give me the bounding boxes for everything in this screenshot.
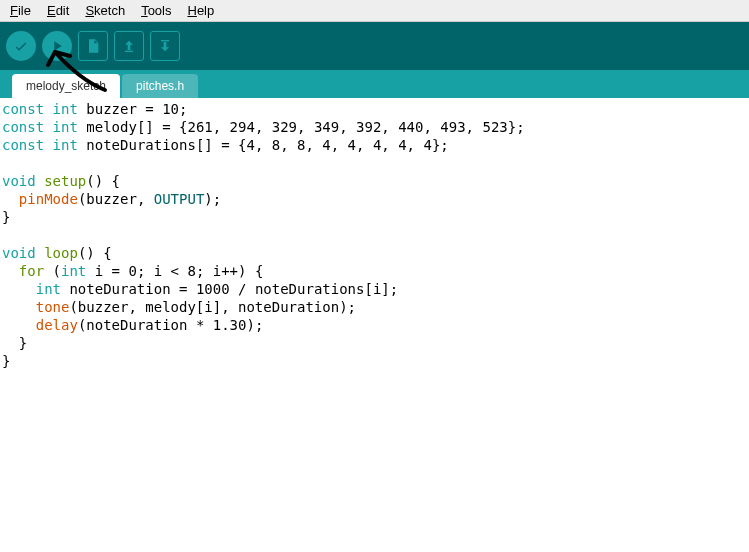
toolbar (0, 22, 749, 70)
menu-help-text: elp (197, 3, 214, 18)
svg-rect-1 (161, 40, 169, 41)
save-button[interactable] (150, 31, 180, 61)
code-token: (buzzer, melody[i], noteDuration); (69, 299, 356, 315)
code-token: (buzzer, (78, 191, 154, 207)
code-token: delay (36, 317, 78, 333)
code-token: noteDurations[] = {4, 8, 8, 4, 4, 4, 4, … (78, 137, 449, 153)
code-token: for (19, 263, 44, 279)
code-token: loop (44, 245, 78, 261)
verify-button[interactable] (6, 31, 36, 61)
code-token: i = 0; i < 8; i++) { (86, 263, 263, 279)
arrow-up-icon (121, 38, 137, 54)
code-token: int (53, 137, 78, 153)
code-token: () { (86, 173, 120, 189)
menu-help[interactable]: Help (181, 2, 220, 19)
code-token: const (2, 137, 44, 153)
code-token (2, 317, 36, 333)
code-token: () { (78, 245, 112, 261)
menu-bar: File Edit Sketch Tools Help (0, 0, 749, 22)
code-editor[interactable]: const int buzzer = 10; const int melody[… (0, 98, 749, 552)
open-button[interactable] (114, 31, 144, 61)
arrow-right-icon (49, 38, 65, 54)
tab-bar: melody_sketch pitches.h (0, 70, 749, 98)
menu-tools[interactable]: Tools (135, 2, 177, 19)
code-token: int (53, 119, 78, 135)
code-token: const (2, 119, 44, 135)
code-token: pinMode (19, 191, 78, 207)
code-token: void (2, 173, 36, 189)
code-token: setup (44, 173, 86, 189)
tab-pitches-h[interactable]: pitches.h (122, 74, 198, 98)
svg-rect-0 (125, 51, 133, 52)
code-token: tone (36, 299, 70, 315)
code-token (2, 263, 19, 279)
code-token: int (61, 263, 86, 279)
menu-edit-text: dit (56, 3, 70, 18)
code-token: } (2, 353, 10, 369)
code-token: } (2, 209, 10, 225)
code-token (2, 281, 36, 297)
code-token: int (53, 101, 78, 117)
tab-melody-sketch[interactable]: melody_sketch (12, 74, 120, 98)
menu-tools-text: ools (148, 3, 172, 18)
code-token: melody[] = {261, 294, 329, 349, 392, 440… (78, 119, 525, 135)
file-icon (85, 38, 101, 54)
code-token: int (36, 281, 61, 297)
code-token: (noteDuration * 1.30); (78, 317, 263, 333)
code-token: buzzer = 10; (78, 101, 188, 117)
arrow-down-icon (157, 38, 173, 54)
menu-sketch[interactable]: Sketch (79, 2, 131, 19)
code-token: OUTPUT (154, 191, 205, 207)
code-token: const (2, 101, 44, 117)
check-icon (13, 38, 29, 54)
code-token: void (2, 245, 36, 261)
menu-file[interactable]: File (4, 2, 37, 19)
upload-button[interactable] (42, 31, 72, 61)
code-token (2, 191, 19, 207)
code-token (2, 299, 36, 315)
new-button[interactable] (78, 31, 108, 61)
code-token: ); (204, 191, 221, 207)
code-token: noteDuration = 1000 / noteDurations[i]; (61, 281, 398, 297)
code-token: } (2, 335, 27, 351)
menu-edit[interactable]: Edit (41, 2, 75, 19)
code-token: ( (44, 263, 61, 279)
menu-sketch-text: ketch (94, 3, 125, 18)
menu-file-text: ile (18, 3, 31, 18)
